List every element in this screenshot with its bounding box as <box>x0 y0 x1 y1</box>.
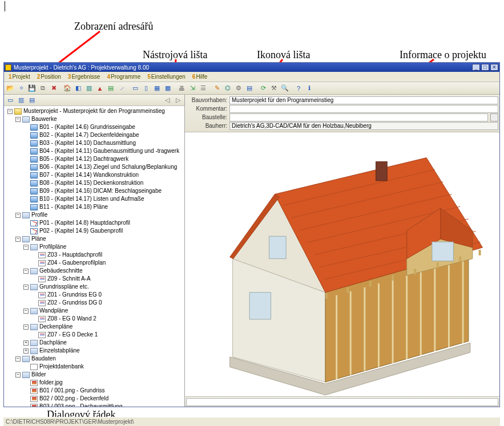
dirview-collapse-icon[interactable]: ▭ <box>5 95 15 106</box>
3d-viewer[interactable] <box>185 132 499 396</box>
tree-twisty-icon[interactable]: − <box>15 372 21 378</box>
tree-item[interactable]: B06 - (Kapitel 14.13) Ziegel und Schalun… <box>22 163 184 171</box>
field-bauherr[interactable]: Dietrich's AG,3D-CAD/CAM für den Holzbau… <box>229 122 498 130</box>
tree-item[interactable]: P01 - (Kapitel 14.8) Hauptdachprofil <box>22 219 184 227</box>
menu-position[interactable]: 2Position <box>34 73 64 80</box>
close-button[interactable]: ✕ <box>490 64 498 71</box>
tree-item[interactable]: B01 - (Kapitel 14.6) Grundrisseingabe <box>22 123 184 131</box>
tree-plangroup[interactable]: + Dachpläne <box>22 339 184 347</box>
tree-twisty-icon[interactable]: − <box>23 324 29 330</box>
list-icon[interactable]: ☰ <box>198 83 208 94</box>
tree-twisty-icon[interactable] <box>31 317 37 322</box>
dirview-toggle-icon[interactable]: ▤ <box>27 95 37 106</box>
tree-twisty-icon[interactable]: − <box>15 237 21 242</box>
tree-item[interactable]: folder.jpg <box>22 379 184 387</box>
tree-item[interactable]: Z03 - Hauptdachprofil <box>30 251 184 259</box>
tree-plangroup[interactable]: − Gebäudeschnitte <box>22 267 184 275</box>
tree-bilder[interactable]: − Bilder <box>14 371 184 379</box>
tree-item[interactable]: B07 - (Kapitel 14.14) Wandkonstruktion <box>22 171 184 179</box>
menu-projekt[interactable]: 1Projekt <box>5 73 34 80</box>
tree-item[interactable]: Z07 - EG 0 Decke 1 <box>30 331 184 339</box>
tree-twisty-icon[interactable] <box>23 133 29 138</box>
tree-item[interactable]: B10 - (Kapitel 14.17) Listen und Aufmaße <box>22 195 184 203</box>
menu-ergebnisse[interactable]: 3Ergebnisse <box>64 73 104 80</box>
tree-twisty-icon[interactable] <box>23 189 29 194</box>
tree-plangroup[interactable]: − Profilpläne <box>22 243 184 251</box>
tree-twisty-icon[interactable]: − <box>15 213 21 218</box>
tree-item[interactable]: B04 - (Kapitel 14.11) Gaubenausmittlung … <box>22 147 184 155</box>
next-icon[interactable]: ▷ <box>173 95 183 106</box>
plan-icon[interactable]: ▤ <box>244 83 255 94</box>
tree-twisty-icon[interactable] <box>23 157 29 162</box>
refresh-icon[interactable]: ⟳ <box>258 83 268 94</box>
tree-twisty-icon[interactable] <box>23 181 29 186</box>
view2-icon[interactable]: ▯ <box>141 83 151 94</box>
tree-twisty-icon[interactable] <box>23 404 29 407</box>
tree-profile[interactable]: − Profile <box>14 211 184 219</box>
ncp-icon[interactable]: ⚙ <box>233 83 244 94</box>
tree-twisty-icon[interactable] <box>23 205 29 210</box>
tree-twisty-icon[interactable] <box>23 221 29 226</box>
view1-icon[interactable]: ▭ <box>130 83 140 94</box>
profile-icon[interactable]: ⟋ <box>116 83 127 94</box>
help-icon[interactable]: ? <box>293 83 304 94</box>
tree-twisty-icon[interactable]: − <box>15 356 21 362</box>
tree-twisty-icon[interactable]: + <box>23 340 29 346</box>
tree-item[interactable]: B05 - (Kapitel 14.12) Dachtragwerk <box>22 155 184 163</box>
cad-icon[interactable]: ✎ <box>212 83 222 94</box>
tree-item[interactable]: B03 - (Kapitel 14.10) Dachausmittlung <box>22 139 184 147</box>
tree-twisty-icon[interactable] <box>23 197 29 202</box>
tree-twisty-icon[interactable] <box>23 388 29 393</box>
tree-item[interactable]: B11 - (Kapitel 14.18) Pläne <box>22 203 184 211</box>
tree-plaene[interactable]: − Pläne <box>14 235 184 243</box>
tree-twisty-icon[interactable] <box>23 165 29 170</box>
view3-icon[interactable]: ▦ <box>152 83 162 94</box>
dicam-icon[interactable]: ⌬ <box>223 83 233 94</box>
tree-twisty-icon[interactable]: + <box>23 348 29 354</box>
dialog-input[interactable] <box>186 398 498 406</box>
tree-twisty-icon[interactable] <box>31 277 37 282</box>
tree-twisty-icon[interactable] <box>31 293 37 298</box>
tree-twisty-icon[interactable] <box>23 364 29 370</box>
tree-item[interactable]: B02 / 002.png - Deckenfeld <box>22 395 184 403</box>
position-icon[interactable]: ◧ <box>73 83 83 94</box>
tree-item[interactable]: Z09 - Schnitt A-A <box>30 275 184 283</box>
tree-item[interactable]: P02 - (Kapitel 14.9) Gaubenprofil <box>22 227 184 235</box>
tree-twisty-icon[interactable] <box>23 149 29 154</box>
maximize-button[interactable]: □ <box>481 64 489 71</box>
tree-root[interactable]: − Musterprojekt - Musterprojekt für den … <box>6 107 184 115</box>
copy-icon[interactable]: ⧉ <box>38 83 48 94</box>
tree-item[interactable]: Projektdatenbank <box>22 363 184 371</box>
info-icon[interactable]: ℹ <box>304 83 315 94</box>
tree-baudaten[interactable]: − Baudaten <box>14 355 184 363</box>
tree-plangroup[interactable]: − Grundrisspläne etc. <box>22 283 184 291</box>
view4-icon[interactable]: ▩ <box>163 83 173 94</box>
tree-twisty-icon[interactable]: − <box>23 285 29 290</box>
save-icon[interactable]: 💾 <box>27 83 37 94</box>
tree-twisty-icon[interactable] <box>23 380 29 386</box>
menu-programme[interactable]: 4Programme <box>103 73 144 80</box>
wall-icon[interactable]: ▥ <box>84 83 94 94</box>
menu-hilfe[interactable]: 6Hilfe <box>189 73 211 80</box>
tree-item[interactable]: Z04 - Gaubenprofilplan <box>30 259 184 267</box>
tree-twisty-icon[interactable] <box>31 301 37 306</box>
tree-twisty-icon[interactable] <box>23 125 29 130</box>
project-tree[interactable]: − Musterprojekt - Musterprojekt für den … <box>4 106 184 407</box>
tree-twisty-icon[interactable]: − <box>23 309 29 314</box>
tree-item[interactable]: B01 / 001.png - Grundriss <box>22 387 184 395</box>
project-icon[interactable]: 🏠 <box>62 83 72 94</box>
tree-twisty-icon[interactable] <box>31 332 37 338</box>
tree-item[interactable]: Z01 - Grundriss EG 0 <box>30 291 184 299</box>
tree-twisty-icon[interactable]: − <box>7 109 13 114</box>
field-baustelle[interactable] <box>229 113 488 121</box>
tree-twisty-icon[interactable] <box>31 253 37 258</box>
tree-plangroup[interactable]: + Einzelstabpläne <box>22 347 184 355</box>
tree-item[interactable]: B08 - (Kapitel 14.15) Deckenkonstruktion <box>22 179 184 187</box>
tree-plangroup[interactable]: − Deckenpläne <box>22 323 184 331</box>
baustelle-lookup-icon[interactable] <box>490 113 498 121</box>
tree-item[interactable]: B03 / 003.png - Dachausmittlung <box>22 403 184 407</box>
dirview-expand-icon[interactable]: ▥ <box>16 95 26 106</box>
prev-icon[interactable]: ◁ <box>162 95 172 106</box>
tree-item[interactable]: B02 - (Kapitel 14.7) Deckenfeldeingabe <box>22 131 184 139</box>
tree-twisty-icon[interactable] <box>23 229 29 234</box>
